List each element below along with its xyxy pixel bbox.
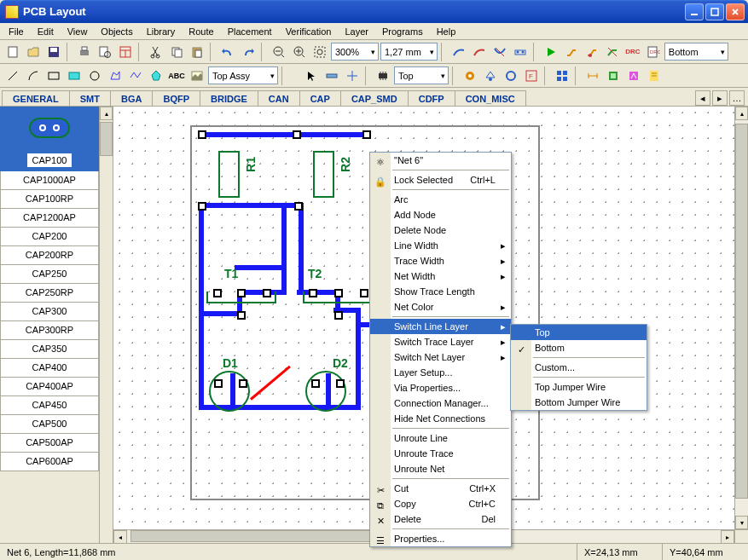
trace[interactable] <box>299 203 304 295</box>
pad[interactable] <box>213 289 222 297</box>
menu-placement[interactable]: Placement <box>221 25 279 38</box>
trace[interactable] <box>204 132 366 137</box>
ctx-unroute-net[interactable]: Unroute Net <box>370 461 511 476</box>
ctx-arc[interactable]: Arc <box>370 192 511 207</box>
pad[interactable] <box>336 379 345 388</box>
dim-tool[interactable] <box>583 66 602 85</box>
list-item[interactable]: CAP200RP <box>0 246 99 265</box>
pad[interactable] <box>198 130 206 139</box>
menu-file[interactable]: File <box>2 25 31 38</box>
route-tool-3[interactable] <box>490 43 509 61</box>
ctx-unroute-line[interactable]: Unroute Line <box>370 430 511 446</box>
scroll-right-button[interactable]: ▸ <box>721 530 734 544</box>
assy-select[interactable]: Top Assy <box>208 66 278 84</box>
ctx-net-width[interactable]: Net Width <box>370 268 511 284</box>
pad[interactable] <box>362 130 371 139</box>
scroll-up-icon[interactable]: ▴ <box>100 107 113 120</box>
list-item[interactable]: CAP350 <box>0 340 99 359</box>
menu-edit[interactable]: Edit <box>31 25 61 38</box>
list-item[interactable]: CAP450 <box>0 396 99 415</box>
list-item[interactable]: CAP1200AP <box>0 209 99 228</box>
list-item[interactable]: CAP500AP <box>0 434 99 453</box>
ctx-unroute-trace[interactable]: Unroute Trace <box>370 446 511 461</box>
resistor-r1[interactable] <box>218 151 240 198</box>
menu-programs[interactable]: Programs <box>375 25 430 38</box>
ctx-line-width[interactable]: Line Width <box>370 238 511 253</box>
print-button[interactable] <box>75 43 94 61</box>
scroll-thumb[interactable] <box>100 122 113 156</box>
pad[interactable] <box>237 289 246 297</box>
tab-cap-smd[interactable]: CAP_SMD <box>340 90 409 106</box>
diode-d1[interactable] <box>209 371 250 412</box>
ctx-net-color[interactable]: Net Color <box>370 299 511 315</box>
pad[interactable] <box>360 289 368 297</box>
submenu-bottom[interactable]: ✓Bottom <box>511 340 647 355</box>
maximize-button[interactable] <box>705 3 724 20</box>
grid-select[interactable]: 1,27 mm <box>380 43 438 61</box>
pad[interactable] <box>311 379 320 388</box>
tab-general[interactable]: GENERAL <box>2 90 70 106</box>
list-item[interactable]: CAP250 <box>0 265 99 284</box>
tabs-next-button[interactable]: ▸ <box>712 90 728 106</box>
open-button[interactable] <box>24 43 43 61</box>
scroll-up-button[interactable]: ▴ <box>735 107 748 120</box>
copy-button[interactable] <box>167 43 186 61</box>
ctx-cut[interactable]: ✂CutCtrl+X <box>370 481 511 496</box>
minimize-button[interactable] <box>685 3 704 20</box>
circle-tool[interactable] <box>85 66 104 85</box>
tab-bga[interactable]: BGA <box>110 90 153 106</box>
ctx-copy[interactable]: ⧉CopyCtrl+C <box>370 496 511 511</box>
drc-button[interactable]: DRC <box>623 43 642 61</box>
list-item[interactable]: CAP100RP <box>0 190 99 209</box>
menu-objects[interactable]: Objects <box>94 25 139 38</box>
save-button[interactable] <box>44 43 63 61</box>
tab-cap[interactable]: CAP <box>299 90 341 106</box>
list-item[interactable]: CAP300RP <box>0 321 99 340</box>
paste-button[interactable] <box>188 43 206 61</box>
list-item[interactable]: CAP200 <box>0 228 99 246</box>
ctx-add-node[interactable]: Add Node <box>370 207 511 222</box>
zoom-select[interactable]: 300% <box>331 43 379 61</box>
list-item[interactable]: CAP600AP <box>0 453 99 471</box>
pad[interactable] <box>334 311 343 320</box>
pad[interactable] <box>334 289 343 297</box>
image-tool[interactable] <box>188 66 206 85</box>
scroll-down-button[interactable]: ▾ <box>735 516 748 529</box>
arc-tool[interactable] <box>24 66 43 85</box>
canvas-vscroll[interactable]: ▴ ▾ <box>734 107 748 529</box>
tabs-prev-button[interactable]: ◂ <box>695 90 710 106</box>
tab-can[interactable]: CAN <box>258 90 300 106</box>
zoom-window-button[interactable] <box>310 43 329 61</box>
ctx-trace-width[interactable]: Trace Width <box>370 253 511 268</box>
export-tool-1[interactable] <box>624 66 643 85</box>
ctx-lock[interactable]: 🔒Lock SelectedCtrl+L <box>370 172 511 188</box>
titles-button[interactable] <box>116 43 135 61</box>
submenu-bottom-jumper[interactable]: Bottom Jumper Wire <box>511 395 647 410</box>
zoom-out-button[interactable] <box>270 43 288 61</box>
layer2-select[interactable]: Top <box>394 66 449 84</box>
list-item[interactable]: CAP250RP <box>0 284 99 303</box>
export-tool-2[interactable] <box>645 66 664 85</box>
poly-tool[interactable] <box>106 66 125 85</box>
tab-bridge[interactable]: BRIDGE <box>200 90 258 106</box>
ctx-switch-line-layer[interactable]: Switch Line Layer <box>370 319 511 334</box>
drc-batch-button[interactable]: DRC <box>644 43 663 61</box>
tab-con-misc[interactable]: CON_MISC <box>455 90 526 106</box>
undo-button[interactable] <box>218 43 237 61</box>
preview-button[interactable] <box>96 43 114 61</box>
pattern-tool[interactable] <box>553 66 571 85</box>
pad[interactable] <box>293 130 301 139</box>
submenu-custom[interactable]: Custom... <box>511 360 647 375</box>
filled-poly-tool[interactable] <box>147 66 165 85</box>
pad[interactable] <box>198 202 206 211</box>
menu-verification[interactable]: Verification <box>279 25 339 38</box>
menu-view[interactable]: View <box>61 25 95 38</box>
zoom-in-button[interactable] <box>290 43 309 61</box>
list-item[interactable]: CAP400AP <box>0 378 99 396</box>
menu-route[interactable]: Route <box>182 25 220 38</box>
close-button[interactable] <box>726 3 745 20</box>
pointer-tool[interactable] <box>302 66 321 85</box>
pad[interactable] <box>237 311 246 320</box>
route-tool-4[interactable] <box>511 43 530 61</box>
trace[interactable] <box>281 203 287 294</box>
